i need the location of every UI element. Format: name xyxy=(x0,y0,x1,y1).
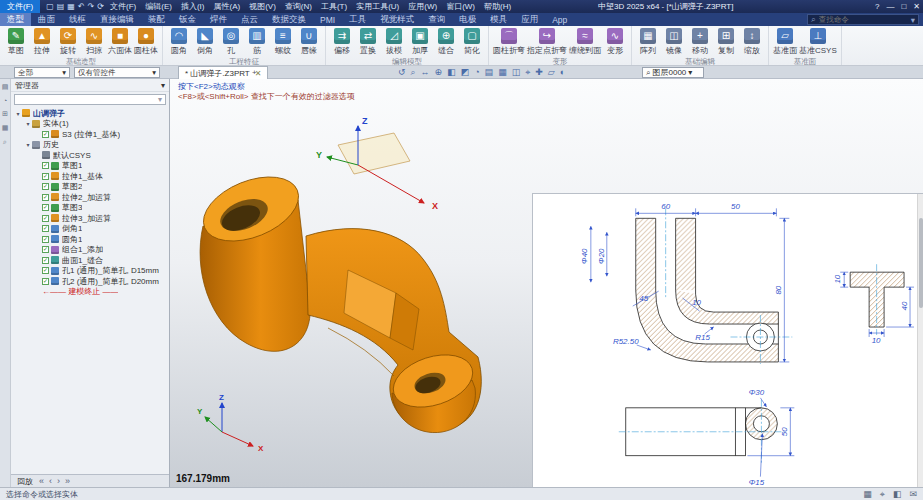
feature-item[interactable]: ✓组合1_添加 xyxy=(11,245,169,256)
maximize-icon[interactable]: □ xyxy=(901,0,906,13)
layer-combo[interactable]: ⌕ 图层0000 ▾ xyxy=(642,67,704,78)
menu-视图(V)[interactable]: 视图(V) xyxy=(249,1,276,12)
ribbon-tab-数据交换[interactable]: 数据交换 xyxy=(265,13,313,26)
hole-item[interactable]: ✓孔1 (通用)_简单孔, D15mm xyxy=(11,266,169,277)
grid-icon[interactable]: ▦ xyxy=(498,66,507,79)
ribbon-item-wrap-to-face[interactable]: ≈缠绕到面 xyxy=(568,27,602,56)
checkbox-checked-icon[interactable]: ✓ xyxy=(42,246,49,253)
feature-item[interactable]: ✓拉伸2_加运算 xyxy=(11,192,169,203)
ribbon-item-scale[interactable]: ↕缩放 xyxy=(739,27,765,56)
feature-item[interactable]: ✓圆角1 xyxy=(11,234,169,245)
expander-icon[interactable]: ▾ xyxy=(24,120,32,127)
ribbon-item-sweep[interactable]: ∿扫掠 xyxy=(81,27,107,56)
ribbon-item-cylindrical-bend[interactable]: ⌒圆柱折弯 xyxy=(492,27,526,56)
ribbon-item-simplify[interactable]: ▢简化 xyxy=(459,27,485,56)
expander-icon[interactable]: ▾ xyxy=(14,110,22,117)
render-mode-icon[interactable]: ◐ xyxy=(560,66,565,79)
scrollbar-thumb[interactable] xyxy=(919,218,923,308)
feature-item[interactable]: ✓拉伸3_加运算 xyxy=(11,213,169,224)
save-icon[interactable]: ▦ xyxy=(67,0,75,13)
ribbon-item-hole[interactable]: ◎孔 xyxy=(218,27,244,56)
ribbon-tab-点云[interactable]: 点云 xyxy=(234,13,265,26)
multi-view-icon[interactable]: ◫ xyxy=(512,66,521,79)
redo-icon[interactable]: ↷ xyxy=(88,0,95,13)
message-icon[interactable]: ✉ xyxy=(909,489,917,499)
shade-mode-icon[interactable]: ◧ xyxy=(447,66,456,79)
ribbon-item-move[interactable]: +移动 xyxy=(687,27,713,56)
solid-item[interactable]: ✓S3 (拉伸1_基体) xyxy=(11,129,169,140)
new-file-icon[interactable]: ▢ xyxy=(46,0,54,13)
ribbon-tab-电极[interactable]: 电极 xyxy=(452,13,483,26)
ribbon-item-thicken[interactable]: ▣加厚 xyxy=(407,27,433,56)
solids-folder[interactable]: ▾实体(1) xyxy=(11,119,169,130)
drawing-panel[interactable]: 60 50 Φ40 Φ20 45 10 80 R52.50 R1 xyxy=(532,193,923,487)
menu-插入(I)[interactable]: 插入(I) xyxy=(181,1,205,12)
csys-item[interactable]: 默认CSYS xyxy=(11,150,169,161)
play-back-icon[interactable]: ‹ xyxy=(49,476,52,486)
tree-root[interactable]: ▾山调弹子 xyxy=(11,108,169,119)
play-forward-icon[interactable]: › xyxy=(57,476,60,486)
viewport-3d[interactable]: 按下<F2>动态观察 <F8>或<Shift+Roll> 查找下一个有效的过滤器… xyxy=(170,79,923,487)
ribbon-item-box[interactable]: ■六面体 xyxy=(107,27,133,56)
ribbon-item-morph[interactable]: ∿变形 xyxy=(602,27,628,56)
ribbon-item-lip[interactable]: ∪唇缘 xyxy=(296,27,322,56)
pan-icon[interactable]: ↔ xyxy=(421,66,430,79)
ribbon-tab-PMI[interactable]: PMI xyxy=(313,13,342,26)
ribbon-tab-应用[interactable]: 应用 xyxy=(514,13,545,26)
checkbox-checked-icon[interactable]: ✓ xyxy=(42,204,49,211)
search-input[interactable] xyxy=(819,15,908,24)
checkbox-checked-icon[interactable]: ✓ xyxy=(42,225,49,232)
checkbox-checked-icon[interactable]: ✓ xyxy=(42,173,49,180)
ribbon-tab-App[interactable]: App xyxy=(545,13,574,26)
ribbon-tab-线框[interactable]: 线框 xyxy=(62,13,93,26)
feature-item[interactable]: ✓倒角1 xyxy=(11,224,169,235)
ribbon-item-fillet[interactable]: ◠圆角 xyxy=(166,27,192,56)
play-first-icon[interactable]: « xyxy=(39,476,44,486)
checkbox-checked-icon[interactable]: ✓ xyxy=(42,162,49,169)
history-tab-icon[interactable]: ◔ xyxy=(3,97,7,104)
hole-item[interactable]: ✓孔2 (通用)_简单孔, D20mm xyxy=(11,276,169,287)
close-icon[interactable]: ✕ xyxy=(913,0,920,13)
ribbon-item-chamfer[interactable]: ◣倒角 xyxy=(192,27,218,56)
ribbon-item-datum-plane[interactable]: ▱基准面 xyxy=(772,27,798,56)
history-stop[interactable]: ←—— 建模终止 —— xyxy=(11,287,169,298)
ribbon-item-revolve[interactable]: ⟳旋转 xyxy=(55,27,81,56)
ribbon-item-sketch[interactable]: ✎草图 xyxy=(3,27,29,56)
ribbon-item-bend-by-point[interactable]: ↪指定点折弯 xyxy=(526,27,568,56)
perspective-icon[interactable]: ◔ xyxy=(474,66,479,79)
ribbon-item-pattern[interactable]: ▦阵列 xyxy=(635,27,661,56)
help-icon[interactable]: ? xyxy=(875,0,879,13)
feature-item[interactable]: ✓拉伸1_基体 xyxy=(11,171,169,182)
ribbon-item-thread[interactable]: ≡螺纹 xyxy=(270,27,296,56)
checkbox-checked-icon[interactable]: ✓ xyxy=(42,215,49,222)
menu-编辑(E)[interactable]: 编辑(E) xyxy=(145,1,172,12)
history-folder[interactable]: ▾历史 xyxy=(11,140,169,151)
checkbox-checked-icon[interactable]: ✓ xyxy=(42,257,49,264)
ribbon-item-sew[interactable]: ⊕缝合 xyxy=(433,27,459,56)
checkbox-checked-icon[interactable]: ✓ xyxy=(42,267,49,274)
open-file-icon[interactable]: ▤ xyxy=(57,0,65,13)
ribbon-item-replace[interactable]: ⇄置换 xyxy=(355,27,381,56)
ribbon-tab-查询[interactable]: 查询 xyxy=(421,13,452,26)
ribbon-tab-焊件[interactable]: 焊件 xyxy=(203,13,234,26)
ribbon-tab-工具[interactable]: 工具 xyxy=(342,13,373,26)
menu-文件(F)[interactable]: 文件(F) xyxy=(110,1,136,12)
section-view-icon[interactable]: ▤ xyxy=(485,66,494,79)
minimize-icon[interactable]: — xyxy=(886,0,894,13)
menu-应用(W)[interactable]: 应用(W) xyxy=(408,1,437,12)
plane-display-icon[interactable]: ▱ xyxy=(548,66,555,79)
ribbon-item-copy[interactable]: ⊞复制 xyxy=(713,27,739,56)
expander-icon[interactable]: ▾ xyxy=(24,141,32,148)
datum-plane[interactable] xyxy=(338,133,410,174)
part-3d-model[interactable]: X Y Z Z X Y xyxy=(190,110,530,470)
ribbon-item-draft[interactable]: ◿拔模 xyxy=(381,27,407,56)
ribbon-tab-模具[interactable]: 模具 xyxy=(483,13,514,26)
menu-帮助(H)[interactable]: 帮助(H) xyxy=(484,1,511,12)
entity-filter-combo[interactable]: 全部▾ xyxy=(14,67,70,78)
ribbon-tab-视觉样式[interactable]: 视觉样式 xyxy=(373,13,421,26)
checkbox-checked-icon[interactable]: ✓ xyxy=(42,183,49,190)
ribbon-tab-直接编辑[interactable]: 直接编辑 xyxy=(93,13,141,26)
checkbox-checked-icon[interactable]: ✓ xyxy=(42,236,49,243)
menu-属性(A)[interactable]: 属性(A) xyxy=(213,1,240,12)
sketch-item[interactable]: ✓草图1 xyxy=(11,161,169,172)
